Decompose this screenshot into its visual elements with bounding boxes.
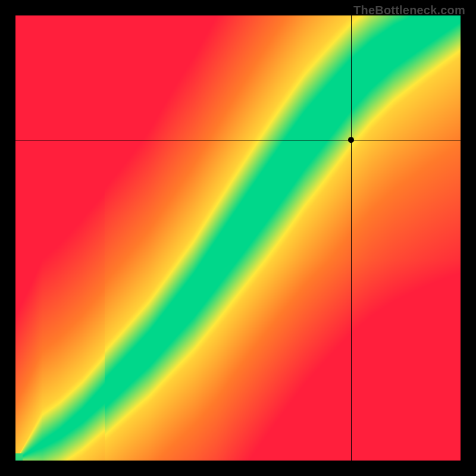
watermark-text: TheBottleneck.com — [353, 4, 465, 17]
bottleneck-heatmap — [15, 15, 461, 461]
